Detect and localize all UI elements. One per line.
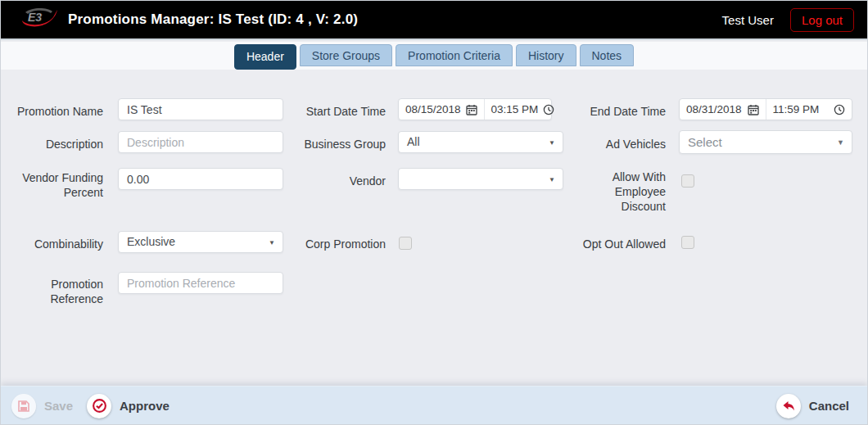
cancel-icon-circle xyxy=(776,394,801,418)
approve-icon-circle xyxy=(87,394,111,418)
save-button[interactable]: Save xyxy=(11,387,73,425)
corp-promotion-checkbox[interactable] xyxy=(399,237,412,250)
ad-vehicles-select[interactable]: Select ▼ xyxy=(679,130,852,154)
end-date-time-label: End Date Time xyxy=(567,104,666,119)
chevron-down-icon: ▼ xyxy=(269,238,275,246)
allow-with-employee-discount-label: Allow With Employee Discount xyxy=(584,170,666,214)
footer-bar: Save Approve Cancel xyxy=(1,386,867,424)
tab-store-groups[interactable]: Store Groups xyxy=(300,44,392,66)
chevron-down-icon: ▼ xyxy=(549,138,555,146)
start-time-field[interactable]: 03:15 PM xyxy=(484,99,562,120)
end-date-time-picker[interactable]: 08/31/2018 11:59 PM xyxy=(679,98,852,120)
save-icon-circle xyxy=(11,394,36,418)
tab-notes[interactable]: Notes xyxy=(580,44,635,66)
clock-icon[interactable] xyxy=(543,104,554,115)
chevron-down-icon: ▼ xyxy=(549,175,555,183)
vendor-funding-percent-input[interactable] xyxy=(118,168,283,190)
logout-button[interactable]: Log out xyxy=(790,8,854,32)
combinability-value: Exclusive xyxy=(119,232,283,252)
end-time-value: 11:59 PM xyxy=(773,103,820,115)
combinability-label: Combinability xyxy=(1,237,103,251)
allow-with-employee-discount-checkbox[interactable] xyxy=(681,174,694,188)
promotion-name-label: Promotion Name xyxy=(1,104,103,119)
tab-history[interactable]: History xyxy=(516,44,576,66)
start-time-value: 03:15 PM xyxy=(491,103,539,115)
undo-arrow-icon xyxy=(781,399,796,414)
end-date-field[interactable]: 08/31/2018 xyxy=(680,99,766,120)
vendor-label: Vendor xyxy=(287,174,386,188)
calendar-icon[interactable] xyxy=(748,104,759,115)
cancel-button[interactable]: Cancel xyxy=(776,387,849,425)
start-date-time-picker[interactable]: 08/15/2018 03:15 PM xyxy=(398,98,552,120)
svg-text:E3: E3 xyxy=(28,11,42,24)
promotion-name-input[interactable] xyxy=(118,98,283,120)
corp-promotion-label: Corp Promotion xyxy=(287,237,386,251)
save-button-label: Save xyxy=(44,399,73,413)
approve-button-label: Approve xyxy=(120,399,170,413)
description-input[interactable] xyxy=(118,131,283,153)
business-group-label: Business Group xyxy=(287,137,386,151)
opt-out-allowed-checkbox[interactable] xyxy=(681,236,694,249)
e3-logo-icon: E3 xyxy=(17,4,58,35)
approve-button[interactable]: Approve xyxy=(87,387,170,425)
chevron-down-icon: ▼ xyxy=(837,138,844,147)
start-date-time-label: Start Date Time xyxy=(287,104,386,119)
vendor-select[interactable]: ▼ xyxy=(398,168,563,190)
end-time-field[interactable]: 11:59 PM xyxy=(766,99,852,120)
tab-strip: Header Store Groups Promotion Criteria H… xyxy=(1,42,867,70)
description-label: Description xyxy=(1,137,103,151)
business-group-value: All xyxy=(399,132,563,152)
calendar-icon[interactable] xyxy=(466,104,477,115)
user-name: Test User xyxy=(722,13,774,27)
combinability-select[interactable]: Exclusive ▼ xyxy=(118,231,283,253)
vendor-funding-percent-label: Vendor Funding Percent xyxy=(13,170,103,200)
cancel-button-label: Cancel xyxy=(809,399,849,413)
business-group-select[interactable]: All ▼ xyxy=(398,131,563,153)
page-title: Promotions Manager: IS Test (ID: 4 , V: … xyxy=(68,11,358,28)
ad-vehicles-value: Select xyxy=(680,131,852,153)
floppy-disk-icon xyxy=(17,400,30,413)
clock-icon[interactable] xyxy=(834,104,845,115)
end-date-value: 08/31/2018 xyxy=(686,103,742,115)
start-date-value: 08/15/2018 xyxy=(405,103,461,115)
promotions-manager-window: E3 Promotions Manager: IS Test (ID: 4 , … xyxy=(0,0,868,425)
top-bar: E3 Promotions Manager: IS Test (ID: 4 , … xyxy=(1,1,867,40)
ad-vehicles-label: Ad Vehicles xyxy=(567,137,666,151)
tab-promotion-criteria[interactable]: Promotion Criteria xyxy=(396,44,513,66)
opt-out-allowed-label: Opt Out Allowed xyxy=(567,237,666,251)
promotion-reference-label: Promotion Reference xyxy=(13,277,103,306)
promotion-reference-input[interactable] xyxy=(118,272,283,294)
tab-header[interactable]: Header xyxy=(234,44,296,70)
check-circle-icon xyxy=(92,398,107,414)
start-date-field[interactable]: 08/15/2018 xyxy=(399,99,484,120)
